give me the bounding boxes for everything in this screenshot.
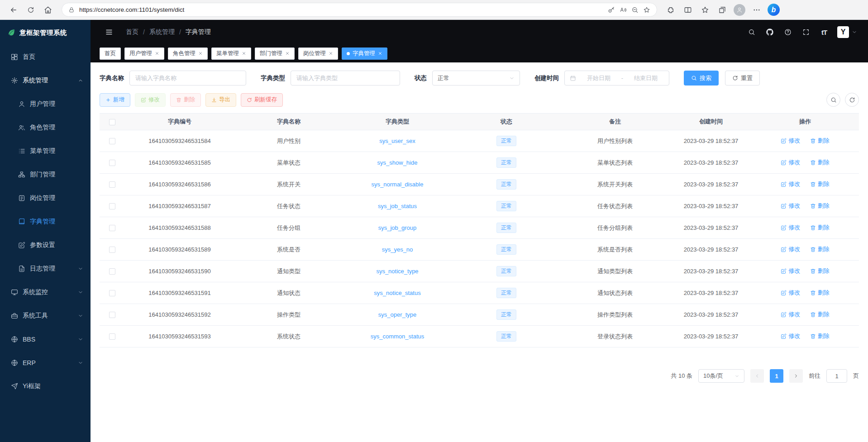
- tab-post-management[interactable]: 岗位管理: [298, 48, 338, 60]
- row-delete-link[interactable]: 删除: [810, 332, 830, 340]
- sidebar-item-role-management[interactable]: 角色管理: [0, 116, 91, 139]
- extensions-icon[interactable]: [663, 2, 679, 18]
- tab-menu-management[interactable]: 菜单管理: [211, 48, 251, 60]
- sidebar-item-dict-management[interactable]: 字典管理: [0, 210, 91, 233]
- row-edit-link[interactable]: 修改: [781, 245, 800, 253]
- toggle-search-button[interactable]: [826, 93, 840, 107]
- favorites-icon[interactable]: [697, 2, 713, 18]
- row-edit-link[interactable]: 修改: [781, 332, 800, 340]
- dict-type-link[interactable]: sys_job_group: [378, 224, 417, 231]
- help-icon[interactable]: [780, 25, 796, 39]
- fullscreen-icon[interactable]: [798, 25, 814, 39]
- sidebar-item-home[interactable]: 首页: [0, 45, 91, 69]
- row-edit-link[interactable]: 修改: [781, 158, 800, 166]
- row-delete-link[interactable]: 删除: [810, 202, 830, 210]
- search-button[interactable]: 搜索: [684, 71, 719, 86]
- tab-dept-management[interactable]: 部门管理: [255, 48, 295, 60]
- browser-menu-icon[interactable]: [749, 2, 765, 18]
- row-checkbox[interactable]: [109, 312, 115, 318]
- breadcrumb-home[interactable]: 首页: [126, 28, 138, 36]
- profile-avatar[interactable]: [731, 2, 748, 18]
- dict-type-link[interactable]: sys_show_hide: [377, 159, 418, 166]
- refresh-table-button[interactable]: [845, 93, 859, 107]
- sidebar-item-system-monitor[interactable]: 系统监控: [0, 280, 91, 304]
- dict-type-input[interactable]: [291, 71, 400, 86]
- sidebar-item-erp[interactable]: ERP: [0, 351, 91, 375]
- close-icon[interactable]: [242, 51, 246, 56]
- header-search-icon[interactable]: [744, 25, 759, 39]
- row-delete-link[interactable]: 删除: [810, 223, 830, 232]
- font-size-icon[interactable]: tT: [816, 25, 832, 39]
- row-checkbox[interactable]: [109, 181, 115, 188]
- sidebar-toggle[interactable]: [101, 25, 117, 39]
- github-icon[interactable]: [762, 25, 777, 39]
- sidebar-item-param-settings[interactable]: 参数设置: [0, 233, 91, 257]
- edit-button[interactable]: 修改: [135, 93, 166, 107]
- row-checkbox[interactable]: [109, 138, 115, 144]
- row-checkbox[interactable]: [109, 290, 115, 296]
- row-checkbox[interactable]: [109, 333, 115, 340]
- close-icon[interactable]: [329, 51, 333, 56]
- add-favorite-icon[interactable]: [643, 6, 650, 14]
- select-all-checkbox[interactable]: [109, 119, 115, 125]
- export-button[interactable]: 导出: [205, 93, 236, 107]
- app-logo[interactable]: 意框架管理系统: [0, 20, 91, 45]
- next-page-button[interactable]: [789, 369, 803, 383]
- read-aloud-icon[interactable]: [620, 6, 627, 14]
- address-bar[interactable]: https://ccnetcore.com:1101/system/dict: [62, 3, 657, 17]
- row-delete-link[interactable]: 删除: [810, 245, 830, 253]
- site-security-icon[interactable]: [68, 7, 75, 13]
- reset-button[interactable]: 重置: [725, 71, 760, 86]
- row-checkbox[interactable]: [109, 247, 115, 253]
- page-size-select[interactable]: 10条/页: [698, 369, 744, 383]
- sidebar-item-post-management[interactable]: 岗位管理: [0, 186, 91, 210]
- sidebar-item-user-management[interactable]: 用户管理: [0, 92, 91, 116]
- prev-page-button[interactable]: [750, 369, 764, 383]
- bing-chat-icon[interactable]: b: [768, 4, 780, 16]
- row-edit-link[interactable]: 修改: [781, 223, 800, 232]
- row-edit-link[interactable]: 修改: [781, 310, 800, 318]
- dict-name-input[interactable]: [129, 71, 246, 86]
- sidebar-item-menu-management[interactable]: 菜单管理: [0, 139, 91, 163]
- close-icon[interactable]: [285, 51, 290, 56]
- row-edit-link[interactable]: 修改: [781, 289, 800, 297]
- back-button[interactable]: [5, 2, 22, 18]
- zoom-out-icon[interactable]: [631, 6, 639, 14]
- sidebar-item-bbs[interactable]: BBS: [0, 328, 91, 351]
- tab-dict-management[interactable]: 字典管理: [342, 48, 387, 60]
- refresh-cache-button[interactable]: 刷新缓存: [241, 93, 283, 107]
- row-checkbox[interactable]: [109, 225, 115, 231]
- close-icon[interactable]: [198, 51, 203, 56]
- split-screen-icon[interactable]: [680, 2, 696, 18]
- tab-user-management[interactable]: 用户管理: [124, 48, 164, 60]
- row-delete-link[interactable]: 删除: [810, 289, 830, 297]
- goto-page-input[interactable]: [826, 369, 847, 383]
- collections-icon[interactable]: [714, 2, 730, 18]
- dict-type-link[interactable]: sys_notice_status: [374, 290, 420, 296]
- row-edit-link[interactable]: 修改: [781, 180, 800, 188]
- tab-role-management[interactable]: 角色管理: [168, 48, 208, 60]
- dropdown-caret-icon[interactable]: [852, 29, 857, 35]
- row-delete-link[interactable]: 删除: [810, 180, 830, 188]
- dict-type-link[interactable]: sys_user_sex: [379, 138, 415, 144]
- row-edit-link[interactable]: 修改: [781, 202, 800, 210]
- close-icon[interactable]: [378, 51, 382, 56]
- date-range-picker[interactable]: 开始日期 - 结束日期: [564, 71, 669, 86]
- sidebar-item-system-management[interactable]: 系统管理: [0, 69, 91, 92]
- row-delete-link[interactable]: 删除: [810, 158, 830, 166]
- status-select[interactable]: 正常: [432, 71, 520, 86]
- sidebar-item-yi-framework[interactable]: Yi框架: [0, 375, 91, 398]
- row-checkbox[interactable]: [109, 160, 115, 166]
- dict-type-link[interactable]: sys_oper_type: [378, 311, 417, 318]
- tab-home[interactable]: 首页: [100, 48, 121, 60]
- close-icon[interactable]: [155, 51, 159, 56]
- password-manager-icon[interactable]: [608, 6, 615, 14]
- dict-type-link[interactable]: sys_job_status: [378, 203, 417, 209]
- row-checkbox[interactable]: [109, 203, 115, 209]
- row-edit-link[interactable]: 修改: [781, 137, 800, 145]
- dict-type-link[interactable]: sys_normal_disable: [372, 181, 424, 188]
- row-delete-link[interactable]: 删除: [810, 310, 830, 318]
- user-avatar-logo[interactable]: Y: [837, 26, 849, 38]
- row-delete-link[interactable]: 删除: [810, 267, 830, 275]
- dict-type-link[interactable]: sys_yes_no: [382, 246, 413, 253]
